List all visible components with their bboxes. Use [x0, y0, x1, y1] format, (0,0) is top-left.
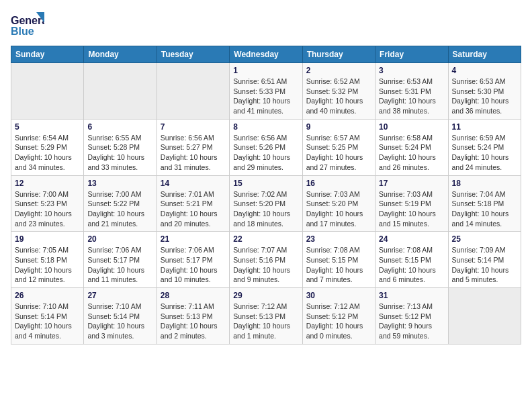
day-info: Sunrise: 7:07 AMSunset: 5:16 PMDaylight:… — [233, 245, 298, 285]
day-info: Sunrise: 7:05 AMSunset: 5:18 PMDaylight:… — [15, 245, 80, 285]
day-number: 3 — [379, 66, 444, 75]
day-number: 27 — [87, 291, 152, 300]
calendar-cell: 12Sunrise: 7:00 AMSunset: 5:23 PMDayligh… — [11, 175, 84, 232]
day-number: 1 — [233, 66, 298, 75]
column-header-saturday: Saturday — [448, 46, 521, 63]
calendar-cell: 23Sunrise: 7:08 AMSunset: 5:15 PMDayligh… — [302, 232, 375, 288]
day-info: Sunrise: 7:11 AMSunset: 5:13 PMDaylight:… — [161, 302, 226, 341]
day-number: 17 — [379, 179, 444, 188]
day-info: Sunrise: 6:58 AMSunset: 5:24 PMDaylight:… — [379, 133, 444, 173]
calendar-cell: 10Sunrise: 6:58 AMSunset: 5:24 PMDayligh… — [375, 119, 448, 175]
day-info: Sunrise: 7:08 AMSunset: 5:15 PMDaylight:… — [306, 245, 371, 285]
day-number: 29 — [233, 291, 298, 300]
day-number: 11 — [452, 122, 517, 132]
day-info: Sunrise: 6:59 AMSunset: 5:24 PMDaylight:… — [452, 133, 517, 173]
calendar-cell: 1Sunrise: 6:51 AMSunset: 5:33 PMDaylight… — [230, 63, 302, 120]
day-info: Sunrise: 6:52 AMSunset: 5:32 PMDaylight:… — [306, 77, 371, 116]
calendar-cell: 16Sunrise: 7:03 AMSunset: 5:20 PMDayligh… — [302, 175, 375, 232]
calendar-cell: 9Sunrise: 6:57 AMSunset: 5:25 PMDaylight… — [302, 119, 375, 175]
day-info: Sunrise: 7:10 AMSunset: 5:14 PMDaylight:… — [15, 302, 80, 341]
day-info: Sunrise: 7:02 AMSunset: 5:20 PMDaylight:… — [233, 189, 298, 229]
day-number: 6 — [87, 122, 152, 132]
calendar-cell: 27Sunrise: 7:10 AMSunset: 5:14 PMDayligh… — [84, 288, 157, 345]
day-number: 16 — [306, 179, 371, 188]
day-info: Sunrise: 6:54 AMSunset: 5:29 PMDaylight:… — [15, 133, 80, 173]
day-number: 10 — [379, 122, 444, 132]
day-number: 15 — [233, 179, 298, 188]
day-number: 14 — [161, 179, 226, 188]
day-number: 30 — [306, 291, 371, 300]
day-info: Sunrise: 7:09 AMSunset: 5:14 PMDaylight:… — [452, 245, 517, 285]
day-number: 4 — [452, 66, 517, 75]
day-number: 9 — [306, 122, 371, 132]
calendar-cell: 22Sunrise: 7:07 AMSunset: 5:16 PMDayligh… — [230, 232, 302, 288]
calendar-cell: 5Sunrise: 6:54 AMSunset: 5:29 PMDaylight… — [11, 119, 84, 175]
day-info: Sunrise: 7:03 AMSunset: 5:19 PMDaylight:… — [379, 189, 444, 229]
day-number: 28 — [161, 291, 226, 300]
calendar-cell: 30Sunrise: 7:12 AMSunset: 5:12 PMDayligh… — [302, 288, 375, 345]
day-info: Sunrise: 7:06 AMSunset: 5:17 PMDaylight:… — [87, 245, 152, 285]
day-info: Sunrise: 7:10 AMSunset: 5:14 PMDaylight:… — [87, 302, 152, 341]
day-number: 31 — [379, 291, 444, 300]
calendar-cell: 25Sunrise: 7:09 AMSunset: 5:14 PMDayligh… — [448, 232, 521, 288]
day-number: 13 — [87, 179, 152, 188]
day-number: 19 — [15, 234, 80, 244]
calendar-cell: 8Sunrise: 6:56 AMSunset: 5:26 PMDaylight… — [230, 119, 302, 175]
calendar-week-4: 19Sunrise: 7:05 AMSunset: 5:18 PMDayligh… — [11, 232, 521, 288]
day-number: 25 — [452, 234, 517, 244]
day-info: Sunrise: 7:12 AMSunset: 5:13 PMDaylight:… — [233, 302, 298, 341]
logo: General Blue — [11, 11, 47, 40]
day-info: Sunrise: 7:13 AMSunset: 5:12 PMDaylight:… — [379, 302, 444, 341]
column-header-wednesday: Wednesday — [230, 46, 302, 63]
day-info: Sunrise: 7:12 AMSunset: 5:12 PMDaylight:… — [306, 302, 371, 341]
calendar-cell: 11Sunrise: 6:59 AMSunset: 5:24 PMDayligh… — [448, 119, 521, 175]
svg-text:Blue: Blue — [11, 26, 34, 37]
calendar-cell: 28Sunrise: 7:11 AMSunset: 5:13 PMDayligh… — [157, 288, 229, 345]
day-number: 18 — [452, 179, 517, 188]
calendar-week-5: 26Sunrise: 7:10 AMSunset: 5:14 PMDayligh… — [11, 288, 521, 345]
column-header-sunday: Sunday — [11, 46, 84, 63]
calendar-cell: 2Sunrise: 6:52 AMSunset: 5:32 PMDaylight… — [302, 63, 375, 120]
day-number: 26 — [15, 291, 80, 300]
calendar-cell — [84, 63, 157, 120]
day-info: Sunrise: 6:53 AMSunset: 5:31 PMDaylight:… — [379, 77, 444, 116]
calendar-cell: 26Sunrise: 7:10 AMSunset: 5:14 PMDayligh… — [11, 288, 84, 345]
day-info: Sunrise: 7:08 AMSunset: 5:15 PMDaylight:… — [379, 245, 444, 285]
day-info: Sunrise: 6:53 AMSunset: 5:30 PMDaylight:… — [452, 77, 517, 116]
calendar-cell: 20Sunrise: 7:06 AMSunset: 5:17 PMDayligh… — [84, 232, 157, 288]
calendar-cell: 24Sunrise: 7:08 AMSunset: 5:15 PMDayligh… — [375, 232, 448, 288]
calendar-cell: 29Sunrise: 7:12 AMSunset: 5:13 PMDayligh… — [230, 288, 302, 345]
day-info: Sunrise: 7:00 AMSunset: 5:23 PMDaylight:… — [15, 189, 80, 229]
day-info: Sunrise: 6:55 AMSunset: 5:28 PMDaylight:… — [87, 133, 152, 173]
day-number: 7 — [161, 122, 226, 132]
calendar-cell: 3Sunrise: 6:53 AMSunset: 5:31 PMDaylight… — [375, 63, 448, 120]
calendar-week-3: 12Sunrise: 7:00 AMSunset: 5:23 PMDayligh… — [11, 175, 521, 232]
day-number: 20 — [87, 234, 152, 244]
day-number: 23 — [306, 234, 371, 244]
day-info: Sunrise: 6:56 AMSunset: 5:27 PMDaylight:… — [161, 133, 226, 173]
calendar-table: SundayMondayTuesdayWednesdayThursdayFrid… — [11, 46, 521, 345]
calendar-cell: 7Sunrise: 6:56 AMSunset: 5:27 PMDaylight… — [157, 119, 229, 175]
calendar-cell: 13Sunrise: 7:00 AMSunset: 5:22 PMDayligh… — [84, 175, 157, 232]
day-number: 2 — [306, 66, 371, 75]
column-header-monday: Monday — [84, 46, 157, 63]
calendar-cell: 15Sunrise: 7:02 AMSunset: 5:20 PMDayligh… — [230, 175, 302, 232]
column-header-thursday: Thursday — [302, 46, 375, 63]
day-info: Sunrise: 6:57 AMSunset: 5:25 PMDaylight:… — [306, 133, 371, 173]
calendar-cell: 4Sunrise: 6:53 AMSunset: 5:30 PMDaylight… — [448, 63, 521, 120]
calendar-cell — [11, 63, 84, 120]
calendar-cell: 6Sunrise: 6:55 AMSunset: 5:28 PMDaylight… — [84, 119, 157, 175]
calendar-cell — [448, 288, 521, 345]
day-number: 5 — [15, 122, 80, 132]
calendar-cell: 19Sunrise: 7:05 AMSunset: 5:18 PMDayligh… — [11, 232, 84, 288]
calendar-cell: 17Sunrise: 7:03 AMSunset: 5:19 PMDayligh… — [375, 175, 448, 232]
calendar-week-1: 1Sunrise: 6:51 AMSunset: 5:33 PMDaylight… — [11, 63, 521, 120]
day-number: 12 — [15, 179, 80, 188]
column-header-tuesday: Tuesday — [157, 46, 229, 63]
calendar-cell: 21Sunrise: 7:06 AMSunset: 5:17 PMDayligh… — [157, 232, 229, 288]
day-info: Sunrise: 7:00 AMSunset: 5:22 PMDaylight:… — [87, 189, 152, 229]
day-info: Sunrise: 6:51 AMSunset: 5:33 PMDaylight:… — [233, 77, 298, 116]
day-info: Sunrise: 6:56 AMSunset: 5:26 PMDaylight:… — [233, 133, 298, 173]
day-number: 21 — [161, 234, 226, 244]
header: General Blue — [11, 11, 521, 40]
